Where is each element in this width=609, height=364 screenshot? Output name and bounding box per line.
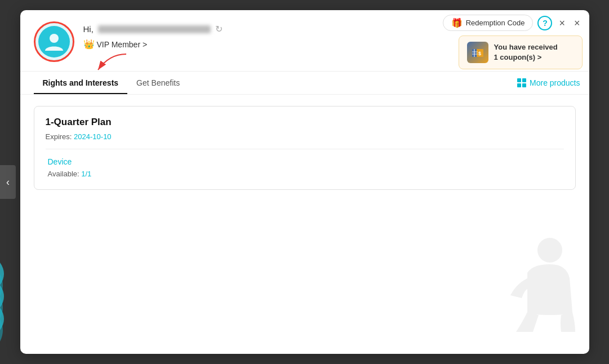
help-button[interactable]: ? — [537, 16, 552, 30]
tab-benefits-label: Get Benefits — [136, 78, 180, 87]
watermark-figure — [488, 233, 578, 337]
crown-icon: 👑 — [83, 39, 95, 50]
coupon-icon: $ — [467, 42, 488, 63]
svg-point-6 — [50, 34, 59, 43]
user-info: Hi, ↻ 👑 VIP Member > — [83, 21, 223, 50]
modal-container: 🎁 Redemption Code ? × × $ — [20, 10, 589, 354]
content-area: 1-Quarter Plan Expires: 2024-10-10 Devic… — [20, 95, 589, 210]
redemption-label: Redemption Code — [466, 19, 525, 27]
username-blurred — [98, 25, 211, 33]
grid-icon — [517, 78, 526, 87]
avatar — [34, 21, 74, 62]
plan-card: 1-Quarter Plan Expires: 2024-10-10 Devic… — [34, 106, 576, 190]
available-label: Available: — [48, 170, 79, 178]
plan-expires: Expires: 2024-10-10 — [46, 132, 564, 141]
grid-cell-3 — [517, 83, 521, 87]
available-count: 1/1 — [81, 170, 91, 178]
close-button-x[interactable]: × — [557, 17, 567, 29]
avatar-wrap — [34, 21, 74, 62]
coupon-text: You have received 1 coupon(s) > — [494, 42, 558, 63]
gift-icon: 🎁 — [451, 17, 463, 28]
avatar-inner — [38, 26, 70, 57]
grid-cell-4 — [522, 83, 526, 87]
hi-label: Hi, — [83, 24, 94, 34]
vip-label: VIP Member > — [97, 40, 148, 49]
grid-cell-1 — [517, 78, 521, 82]
hi-greeting: Hi, ↻ — [83, 24, 223, 34]
plan-divider — [46, 149, 564, 149]
help-label: ? — [543, 19, 548, 28]
top-bar: 🎁 Redemption Code ? × × — [436, 10, 589, 35]
device-section: Device Available: 1/1 — [46, 157, 564, 178]
expires-date: 2024-10-10 — [74, 132, 112, 141]
more-products-button[interactable]: More products — [517, 78, 580, 87]
device-label: Device — [48, 157, 564, 166]
tab-get-benefits[interactable]: Get Benefits — [127, 72, 189, 94]
tabs-container: Rights and Interests Get Benefits More p… — [20, 72, 589, 95]
outer-background: ‹ 🎁 Redemption Code ? × × — [0, 0, 609, 364]
redemption-code-button[interactable]: 🎁 Redemption Code — [443, 15, 534, 31]
coupon-line1: You have received — [494, 43, 558, 51]
coupon-banner[interactable]: $ You have received 1 coupon(s) > — [459, 35, 583, 69]
left-nav-arrow[interactable]: ‹ — [0, 165, 16, 199]
svg-point-8 — [537, 238, 562, 263]
device-available: Available: 1/1 — [48, 170, 564, 178]
vip-member-badge[interactable]: 👑 VIP Member > — [83, 39, 223, 50]
tab-rights-and-interests[interactable]: Rights and Interests — [34, 72, 128, 94]
coupon-line2: 1 coupon(s) > — [494, 53, 542, 61]
tab-rights-label: Rights and Interests — [43, 78, 119, 87]
plan-title: 1-Quarter Plan — [46, 117, 564, 128]
refresh-icon[interactable]: ↻ — [215, 24, 223, 34]
more-products-label: More products — [530, 78, 580, 87]
svg-text:$: $ — [478, 51, 481, 56]
close-button-x2[interactable]: × — [572, 17, 583, 29]
teal-wave-decoration — [0, 263, 16, 364]
expires-label: Expires: — [46, 132, 72, 141]
grid-cell-2 — [522, 78, 526, 82]
